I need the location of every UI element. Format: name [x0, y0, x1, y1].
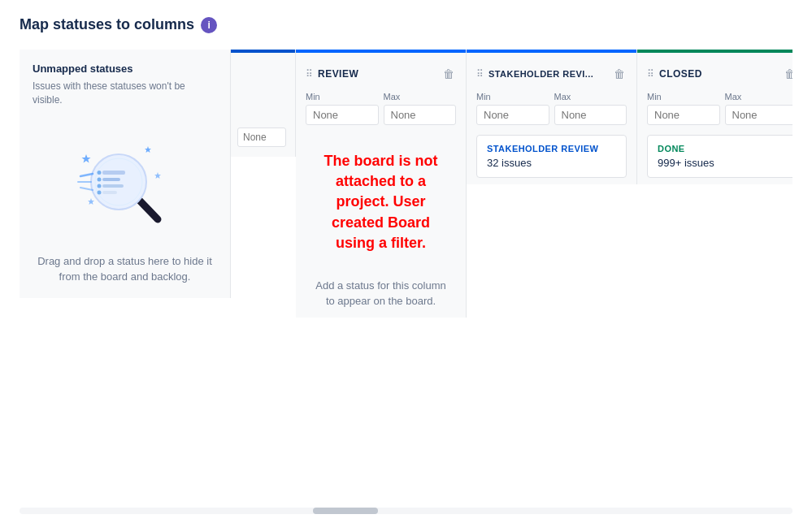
stakeholder-min-input[interactable] — [476, 105, 549, 125]
closed-title: CLOSED — [659, 68, 702, 80]
column-closed: ⠿ CLOSED 🗑 Min Max DONE 999+ issues — [637, 50, 792, 184]
svg-rect-8 — [102, 178, 120, 181]
closed-body: DONE 999+ issues — [637, 135, 792, 184]
closed-max-group: Max — [725, 92, 793, 125]
stakeholder-header: ⠿ STAKEHOLDER REVI... 🗑 — [467, 53, 636, 89]
svg-marker-1 — [145, 146, 151, 153]
unmapped-column: Unmapped statuses Issues with these stat… — [20, 50, 231, 298]
closed-top-bar — [637, 50, 792, 53]
page-header: Map statuses to columns i — [20, 16, 792, 33]
svg-point-12 — [97, 177, 101, 181]
magnifier-illustration — [76, 140, 174, 229]
closed-status-card: DONE 999+ issues — [647, 135, 792, 178]
closed-min-label: Min — [647, 92, 720, 102]
column-review: ⠿ REVIEW 🗑 Min Max The board is not atta… — [296, 50, 467, 318]
review-max-label: Max — [384, 92, 457, 102]
unmapped-title: Unmapped statuses — [33, 63, 217, 75]
closed-delete-icon[interactable]: 🗑 — [783, 66, 792, 82]
svg-point-5 — [91, 154, 146, 210]
closed-header: ⠿ CLOSED 🗑 — [637, 53, 792, 89]
review-min-input[interactable] — [306, 105, 379, 125]
review-min-max: Min Max — [296, 89, 466, 135]
svg-marker-3 — [88, 198, 94, 205]
review-body: The board is not attached to a project. … — [296, 135, 466, 318]
stakeholder-status-issues: 32 issues — [487, 157, 616, 169]
svg-point-14 — [97, 190, 101, 194]
unmapped-illustration — [33, 140, 217, 229]
stakeholder-drag-handle[interactable]: ⠿ — [476, 68, 484, 80]
stakeholder-max-label: Max — [554, 92, 627, 102]
stakeholder-body: STAKEHOLDER REVIEW 32 issues — [467, 135, 636, 184]
review-delete-icon[interactable]: 🗑 — [441, 66, 456, 82]
stakeholder-min-group: Min — [476, 92, 549, 125]
svg-line-17 — [80, 188, 93, 190]
review-title: REVIEW — [318, 68, 358, 80]
svg-rect-7 — [102, 171, 125, 175]
review-max-input[interactable] — [384, 105, 457, 125]
review-header: ⠿ REVIEW 🗑 — [296, 53, 466, 89]
closed-min-max: Min Max — [637, 89, 792, 135]
stakeholder-delete-icon[interactable]: 🗑 — [612, 66, 627, 82]
stakeholder-top-bar — [467, 50, 636, 53]
scrollbar-thumb — [313, 508, 378, 514]
stakeholder-max-input[interactable] — [554, 105, 627, 125]
closed-status-issues: 999+ issues — [658, 157, 787, 169]
svg-rect-10 — [102, 191, 117, 194]
review-header-left: ⠿ REVIEW — [306, 68, 358, 80]
review-min-label: Min — [306, 92, 379, 102]
review-add-hint: Add a status for this column to appear o… — [306, 270, 456, 318]
page-title: Map statuses to columns — [20, 16, 194, 33]
stakeholder-header-left: ⠿ STAKEHOLDER REVI... — [476, 68, 593, 80]
review-board-warning: The board is not attached to a project. … — [306, 135, 456, 270]
stakeholder-title: STAKEHOLDER REVI... — [489, 69, 593, 79]
closed-status-label: DONE — [658, 144, 787, 153]
partial-column — [231, 50, 296, 157]
review-drag-handle[interactable]: ⠿ — [306, 68, 313, 80]
review-top-bar — [296, 50, 466, 53]
svg-line-4 — [137, 198, 158, 219]
review-min-group: Min — [306, 92, 379, 125]
closed-header-left: ⠿ CLOSED — [647, 68, 702, 80]
review-max-group: Max — [384, 92, 457, 125]
info-icon[interactable]: i — [201, 17, 217, 33]
page-container: Map statuses to columns i Unmapped statu… — [0, 0, 812, 523]
svg-point-11 — [97, 171, 101, 175]
partial-min-input[interactable] — [237, 128, 286, 147]
stakeholder-status-card: STAKEHOLDER REVIEW 32 issues — [476, 135, 627, 178]
svg-line-15 — [80, 174, 93, 176]
unmapped-drag-text: Drag and drop a status here to hide it f… — [33, 253, 217, 285]
stakeholder-min-label: Min — [476, 92, 549, 102]
unmapped-subtitle: Issues with these statuses won't be visi… — [33, 80, 217, 107]
stakeholder-max-group: Max — [554, 92, 627, 125]
column-stakeholder: ⠿ STAKEHOLDER REVI... 🗑 Min Max STAKEHOL… — [467, 50, 637, 184]
closed-drag-handle[interactable]: ⠿ — [647, 68, 654, 80]
closed-min-input[interactable] — [647, 105, 720, 125]
closed-min-group: Min — [647, 92, 720, 125]
svg-rect-9 — [102, 184, 124, 188]
svg-marker-0 — [81, 154, 90, 163]
svg-marker-2 — [154, 172, 161, 179]
closed-max-label: Max — [725, 92, 793, 102]
stakeholder-status-label: STAKEHOLDER REVIEW — [487, 144, 616, 153]
partial-inner — [231, 53, 295, 157]
svg-point-13 — [97, 184, 101, 188]
stakeholder-min-max: Min Max — [467, 89, 636, 135]
scrollbar-area[interactable] — [20, 508, 792, 514]
closed-max-input[interactable] — [725, 105, 793, 125]
